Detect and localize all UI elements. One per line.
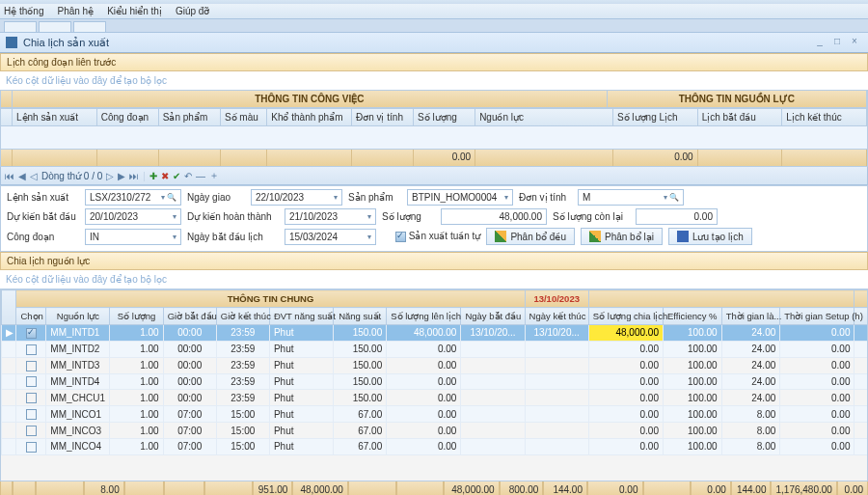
col2-0[interactable]: Chọn	[16, 308, 46, 325]
btn-luutaolich[interactable]: Lưu tạo lịch	[668, 228, 752, 245]
table-row[interactable]: MM_INCO11.0007:0015:00Phut67.000.000.001…	[2, 406, 869, 423]
nav-add-icon[interactable]: ✚	[149, 171, 157, 181]
col2-7[interactable]: Số lượng lên lịch	[387, 308, 461, 325]
dropdown-icon[interactable]: ▾	[334, 193, 338, 202]
table-row[interactable]: MM_INCO41.0007:0015:00Phut67.000.000.001…	[2, 439, 869, 455]
nav-prev-icon[interactable]: ◀	[18, 171, 26, 181]
col2-3[interactable]: Giờ bắt đầu	[163, 308, 216, 325]
row-checkbox[interactable]	[26, 426, 37, 436]
window-min[interactable]: _	[812, 36, 827, 49]
input-sl[interactable]: 48,000.00	[441, 208, 547, 225]
btn-phanbodeu[interactable]: Phân bổ đều	[486, 228, 575, 245]
chk-seq[interactable]: Sản xuất tuần tự	[395, 231, 480, 242]
col-lkt: Lịch kết thúc	[782, 109, 867, 126]
col2-13[interactable]: Thời gian Setup (h)	[780, 308, 854, 325]
nav-plus-icon[interactable]: ＋	[209, 169, 219, 182]
upper-grid-navigator[interactable]: ⏮ ◀ ◁ Dòng thứ 0 / 0 ▷ ▶ ⏭ | ✚ ✖ ✔ ↶ — ＋	[0, 167, 868, 185]
dropdown-icon[interactable]: ▾	[367, 233, 371, 241]
col-dvt: Đơn vị tính	[352, 109, 414, 126]
doc-tab-2[interactable]	[39, 21, 71, 32]
detail-grid[interactable]: THÔNG TIN CHUNG13/10/202315/03/2024 Chọn…	[0, 289, 868, 481]
window-max[interactable]: □	[829, 36, 845, 49]
col-lbd: Lịch bắt đầu	[698, 109, 783, 126]
col-sllich: Số lượng Lịch	[613, 109, 698, 126]
col2-1[interactable]: Nguồn lực	[46, 308, 110, 325]
table-row[interactable]: MM_INTD21.0000:0023:59Phut150.000.000.00…	[2, 341, 869, 357]
nav-counter-1: Dòng thứ 0 / 0	[41, 171, 102, 181]
col2-9[interactable]: Ngày kết thúc	[525, 308, 588, 325]
col-sl: Số lượng	[414, 109, 475, 126]
nav-del-icon[interactable]: ✖	[161, 171, 169, 181]
col-lsx: Lệnh sản xuất	[13, 109, 97, 126]
lbl-slcl: Số lượng còn lại	[553, 211, 630, 222]
row-checkbox[interactable]	[26, 328, 37, 339]
save-icon	[677, 231, 689, 242]
col2-2[interactable]: Số lượng	[110, 308, 163, 325]
nav-first-icon[interactable]: ⏮	[5, 171, 14, 181]
col2-8[interactable]: Ngày bắt đầu	[461, 308, 525, 325]
row-checkbox[interactable]	[26, 442, 37, 453]
dropdown-icon[interactable]: ▾	[504, 193, 508, 202]
table-row[interactable]: MM_CHCU11.0000:0023:59Phut150.000.000.00…	[2, 390, 869, 406]
btn-phanbolai[interactable]: Phân bổ lại	[581, 228, 663, 245]
nav-dash-icon[interactable]: —	[196, 171, 205, 181]
nav-prevpage-icon[interactable]: ◁	[30, 171, 38, 181]
dropdown-icon[interactable]: ▾ 🔍	[664, 193, 679, 202]
upper-grid-header-row: Lệnh sản xuất Công đoạn Sản phẩm Số màu …	[0, 108, 868, 126]
input-dkht[interactable]: 21/10/2023▾	[285, 208, 376, 225]
upper-grid-group-row: THÔNG TIN CÔNG VIỆC THÔNG TIN NGUỒN LỰC	[0, 90, 868, 108]
allocate-icon	[495, 231, 506, 242]
row-checkbox[interactable]	[26, 409, 37, 420]
dropdown-icon[interactable]: ▾	[173, 233, 176, 241]
dropdown-icon[interactable]: ▾ 🔍	[161, 193, 176, 202]
col2-4[interactable]: Giờ kết thúc	[216, 308, 269, 325]
lbl-lsx: Lệnh sản xuất	[7, 192, 79, 203]
nav-check-icon[interactable]: ✔	[173, 171, 180, 181]
lbl-dkht: Dự kiến hoàn thành	[187, 211, 279, 222]
nav-nextpage-icon[interactable]: ▷	[106, 171, 114, 181]
nav-last-icon[interactable]: ⏭	[129, 171, 139, 181]
doc-tab-1[interactable]	[4, 21, 37, 32]
nav-undo-icon[interactable]: ↶	[184, 171, 192, 181]
lbl-ngaygiao: Ngày giao	[187, 192, 245, 203]
menubar[interactable]: Hệ thống Phân hệ Kiểu hiển thị Giúp đỡ	[0, 4, 868, 19]
input-cd[interactable]: IN▾	[85, 229, 181, 245]
col2-11[interactable]: Efficiency %	[663, 308, 721, 325]
lbl-sp: Sản phẩm	[348, 192, 401, 203]
drag-hint-1: Kéo cột dữ liệu vào đây để tạo bộ lọc	[0, 71, 868, 90]
nav-next-icon[interactable]: ▶	[118, 171, 125, 181]
table-row[interactable]: MM_INCO31.0007:0015:00Phut67.000.000.001…	[2, 423, 869, 439]
input-slcl[interactable]: 0.00	[636, 208, 718, 225]
menu-giupdo[interactable]: Giúp đỡ	[176, 6, 209, 16]
input-sp[interactable]: BTPIN_HOMO0004▾	[407, 189, 513, 206]
table-row[interactable]: MM_INTD41.0000:0023:59Phut150.000.000.00…	[2, 373, 869, 390]
col2-6[interactable]: Năng suất	[334, 308, 387, 325]
detail-grid-totals: 8.00 951.00 48,000.00 48,000.00 800.00 1…	[0, 481, 868, 495]
dropdown-icon[interactable]: ▾	[367, 212, 371, 221]
col2-5[interactable]: ĐVT năng suất	[269, 308, 333, 325]
row-checkbox[interactable]	[26, 376, 37, 387]
lbl-dvt: Đơn vị tính	[519, 192, 572, 203]
group-date1: 13/10/2023	[525, 290, 588, 308]
window-close[interactable]: ×	[847, 36, 862, 49]
row-checkbox[interactable]	[26, 344, 37, 355]
menu-phanhe[interactable]: Phân hệ	[57, 6, 94, 16]
doc-tab-3[interactable]	[73, 21, 106, 32]
upper-grid-body[interactable]	[0, 126, 868, 150]
input-lsx[interactable]: LSX/2310/272▾ 🔍	[85, 189, 181, 206]
menu-kieuhienthi[interactable]: Kiểu hiển thị	[107, 6, 162, 16]
row-checkbox[interactable]	[26, 393, 37, 403]
input-dvt[interactable]: M▾ 🔍	[578, 189, 684, 206]
col2-12[interactable]: Thời gian là...	[721, 308, 780, 325]
menu-hethong[interactable]: Hệ thống	[4, 6, 43, 16]
table-row[interactable]: ▶MM_INTD11.0000:0023:59Phut150.0048,000.…	[2, 325, 869, 342]
col2-10[interactable]: Số lượng chia lịch	[588, 308, 663, 325]
group-thongtinchung: THÔNG TIN CHUNG	[16, 290, 525, 308]
input-nbdl[interactable]: 15/03/2024▾	[285, 229, 376, 245]
col-cd: Công đoạn	[97, 109, 159, 126]
row-checkbox[interactable]	[26, 361, 37, 371]
input-dkbd[interactable]: 20/10/2023▾	[85, 208, 181, 225]
input-ngaygiao[interactable]: 22/10/2023▾	[251, 189, 342, 206]
table-row[interactable]: MM_INTD31.0000:0023:59Phut150.000.000.00…	[2, 357, 869, 373]
dropdown-icon[interactable]: ▾	[173, 212, 176, 221]
